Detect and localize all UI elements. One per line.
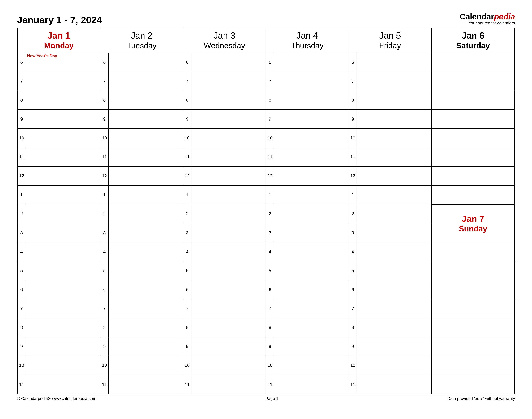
hour-slot[interactable]: 11 (100, 375, 183, 394)
hour-slot[interactable]: 6 (18, 280, 100, 299)
hour-slot[interactable]: 11 (183, 375, 266, 394)
hour-slot[interactable]: 6 (349, 53, 432, 72)
hour-slot[interactable]: 8 (349, 91, 432, 110)
hour-slot[interactable]: 2 (18, 204, 100, 223)
hour-slot[interactable]: 6 (349, 280, 432, 299)
sunday-slot[interactable] (432, 242, 514, 261)
hour-slot[interactable]: 9 (266, 110, 349, 129)
hour-slot[interactable]: 4 (100, 242, 183, 261)
hour-slot[interactable]: 6New Year's Day (18, 53, 100, 72)
hour-slot[interactable]: 3 (266, 223, 349, 242)
sunday-slot[interactable] (432, 261, 514, 280)
hour-slot[interactable]: 10 (18, 356, 100, 375)
hour-slot[interactable]: 2 (266, 204, 349, 223)
hour-slot[interactable]: 11 (266, 375, 349, 394)
hour-slot[interactable]: 1 (18, 185, 100, 204)
hour-slot[interactable]: 10 (18, 129, 100, 147)
hour-slot[interactable]: 7 (18, 72, 100, 91)
hour-slot[interactable]: 11 (100, 148, 183, 167)
saturday-slot[interactable] (432, 91, 514, 110)
hour-slot[interactable]: 10 (100, 356, 183, 375)
hour-slot[interactable]: 9 (349, 110, 432, 129)
hour-slot[interactable]: 1 (100, 185, 183, 204)
sunday-slot[interactable] (432, 299, 514, 318)
hour-slot[interactable]: 5 (349, 261, 432, 280)
hour-slot[interactable]: 3 (18, 223, 100, 242)
hour-slot[interactable]: 11 (18, 375, 100, 394)
hour-slot[interactable]: 9 (18, 110, 100, 129)
hour-slot[interactable]: 12 (18, 167, 100, 185)
hour-slot[interactable]: 8 (18, 91, 100, 110)
sunday-slot[interactable] (432, 318, 514, 337)
hour-slot[interactable]: 7 (18, 299, 100, 318)
hour-slot[interactable]: 8 (266, 91, 349, 110)
hour-slot[interactable]: 7 (349, 72, 432, 91)
hour-slot[interactable]: 2 (100, 204, 183, 223)
hour-slot[interactable]: 3 (100, 223, 183, 242)
hour-slot[interactable]: 6 (266, 53, 349, 72)
hour-slot[interactable]: 3 (349, 223, 432, 242)
hour-slot[interactable]: 7 (100, 299, 183, 318)
hour-slot[interactable]: 11 (18, 148, 100, 167)
hour-slot[interactable]: 9 (100, 110, 183, 129)
hour-slot[interactable]: 9 (349, 337, 432, 356)
hour-slot[interactable]: 9 (266, 337, 349, 356)
hour-slot[interactable]: 8 (183, 91, 266, 110)
hour-slot[interactable]: 8 (183, 318, 266, 337)
hour-slot[interactable]: 7 (266, 72, 349, 91)
hour-slot[interactable]: 4 (183, 242, 266, 261)
hour-slot[interactable]: 11 (349, 148, 432, 167)
hour-slot[interactable]: 7 (266, 299, 349, 318)
hour-slot[interactable]: 7 (349, 299, 432, 318)
hour-slot[interactable]: 1 (349, 185, 432, 204)
hour-slot[interactable]: 11 (266, 148, 349, 167)
hour-slot[interactable]: 10 (183, 356, 266, 375)
hour-slot[interactable]: 10 (100, 129, 183, 147)
saturday-slot[interactable] (432, 72, 514, 91)
hour-slot[interactable]: 10 (349, 356, 432, 375)
hour-slot[interactable]: 6 (183, 280, 266, 299)
hour-slot[interactable]: 8 (18, 318, 100, 337)
hour-slot[interactable]: 4 (266, 242, 349, 261)
hour-slot[interactable]: 12 (349, 167, 432, 185)
hour-slot[interactable]: 6 (100, 280, 183, 299)
hour-slot[interactable]: 10 (266, 356, 349, 375)
hour-slot[interactable]: 7 (183, 72, 266, 91)
hour-slot[interactable]: 12 (183, 167, 266, 185)
hour-slot[interactable]: 1 (266, 185, 349, 204)
hour-slot[interactable]: 6 (100, 53, 183, 72)
sunday-slot[interactable] (432, 375, 514, 394)
hour-slot[interactable]: 8 (100, 318, 183, 337)
hour-slot[interactable]: 11 (183, 148, 266, 167)
hour-slot[interactable]: 4 (18, 242, 100, 261)
hour-slot[interactable]: 6 (266, 280, 349, 299)
hour-slot[interactable]: 4 (349, 242, 432, 261)
saturday-slot[interactable] (432, 167, 514, 185)
hour-slot[interactable]: 12 (100, 167, 183, 185)
sunday-slot[interactable] (432, 356, 514, 375)
hour-slot[interactable]: 9 (100, 337, 183, 356)
hour-slot[interactable]: 10 (183, 129, 266, 147)
saturday-slot[interactable] (432, 110, 514, 129)
hour-slot[interactable]: 10 (266, 129, 349, 147)
hour-slot[interactable]: 8 (349, 318, 432, 337)
hour-slot[interactable]: 12 (266, 167, 349, 185)
saturday-slot[interactable] (432, 148, 514, 167)
hour-slot[interactable]: 7 (100, 72, 183, 91)
hour-slot[interactable]: 3 (183, 223, 266, 242)
hour-slot[interactable]: 5 (183, 261, 266, 280)
hour-slot[interactable]: 11 (349, 375, 432, 394)
sunday-slot[interactable] (432, 337, 514, 356)
hour-slot[interactable]: 9 (183, 337, 266, 356)
saturday-slot[interactable] (432, 53, 514, 72)
hour-slot[interactable]: 9 (18, 337, 100, 356)
hour-slot[interactable]: 2 (349, 204, 432, 223)
hour-slot[interactable]: 8 (100, 91, 183, 110)
hour-slot[interactable]: 1 (183, 185, 266, 204)
hour-slot[interactable]: 6 (183, 53, 266, 72)
hour-slot[interactable]: 5 (18, 261, 100, 280)
hour-slot[interactable]: 2 (183, 204, 266, 223)
hour-slot[interactable]: 7 (183, 299, 266, 318)
hour-slot[interactable]: 5 (266, 261, 349, 280)
hour-slot[interactable]: 10 (349, 129, 432, 147)
